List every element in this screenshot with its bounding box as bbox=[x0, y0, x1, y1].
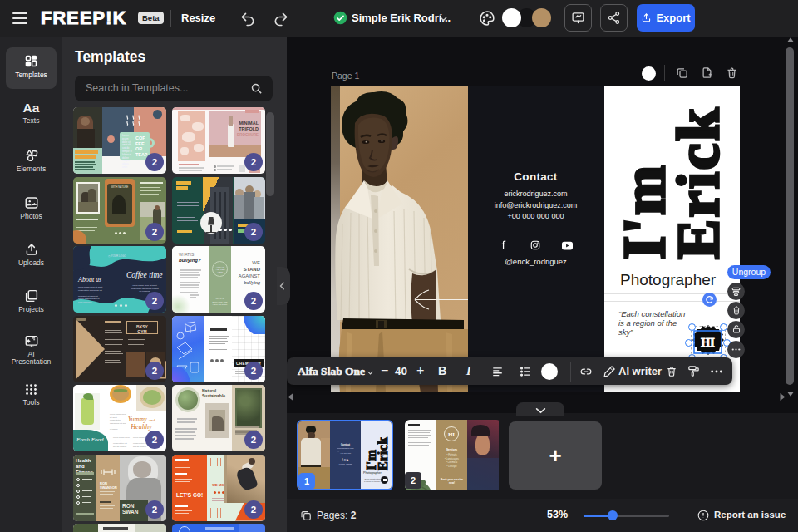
svg-text:sky”: sky” bbox=[618, 328, 633, 337]
svg-text:HI: HI bbox=[701, 337, 714, 349]
svg-text:“Each constellation: “Each constellation bbox=[618, 309, 685, 318]
svg-text:is a region of the: is a region of the bbox=[618, 318, 677, 328]
svg-text:Erick: Erick bbox=[376, 436, 389, 470]
svg-text:Photographer: Photographer bbox=[620, 271, 717, 288]
svg-text:Erick: Erick bbox=[665, 106, 732, 259]
